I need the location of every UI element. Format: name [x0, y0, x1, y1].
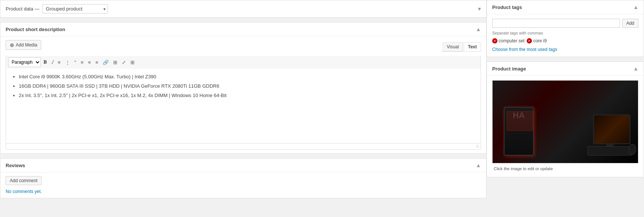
visual-tab[interactable]: Visual [443, 42, 463, 51]
tag-core-i9: ✕ core i9 [527, 38, 547, 43]
tag-core-i9-label: core i9 [533, 38, 547, 43]
paragraph-select[interactable]: Paragraph [8, 57, 41, 67]
editor-toolbar: Paragraph 𝐁 𝘐 ≡ ⋮ " ≡ ≡ ≡ 🔗 ⊞ ⤢ ⊞ [6, 56, 481, 69]
remove-tag-computer-set[interactable]: ✕ [492, 38, 497, 43]
add-media-button[interactable]: ⊕ Add Media [6, 40, 41, 50]
monitor-screen [594, 115, 629, 143]
unordered-list-button[interactable]: ≡ [56, 58, 63, 66]
short-description-title: Product short description [6, 27, 65, 32]
pc-tower-graphic [504, 107, 534, 156]
editor-content-area[interactable]: Intel Core i9 9900K 3.60GHz (5.00GHz Max… [6, 69, 481, 144]
short-description-header[interactable]: Product short description ▲ [0, 22, 486, 36]
product-image-placeholder [493, 81, 638, 163]
product-image-header[interactable]: Product image ▲ [487, 62, 644, 76]
bullet-item-3: 2x Int. 3.5", 1x Int. 2.5" | 2x PCI-e x1… [19, 92, 475, 100]
reviews-title: Reviews [6, 163, 25, 168]
blockquote-button[interactable]: " [73, 58, 78, 66]
bullet-item-1: Intel Core i9 9900K 3.60GHz (5.00GHz Max… [19, 73, 475, 81]
tags-hint: Separate tags with commas [492, 31, 638, 35]
product-tags-content: Add Separate tags with commas ✕ computer… [487, 14, 644, 57]
align-center-button[interactable]: ≡ [86, 58, 93, 66]
keyboard-graphic [587, 146, 632, 156]
short-description-section: Product short description ▲ ⊕ Add Media … [0, 22, 487, 154]
product-data-collapse-arrow[interactable]: ▾ [478, 5, 481, 12]
bullet-list: Intel Core i9 9900K 3.60GHz (5.00GHz Max… [11, 73, 475, 99]
fullscreen-button[interactable]: ⤢ [120, 58, 128, 66]
tags-input-row: Add [492, 19, 638, 28]
ordered-list-button[interactable]: ⋮ [63, 58, 72, 66]
add-tag-button[interactable]: Add [622, 19, 638, 28]
reviews-toggle[interactable]: ▲ [476, 162, 481, 168]
resize-icon: ⤡ [476, 144, 479, 148]
choose-tags-link[interactable]: Choose from the most used tags [492, 47, 557, 52]
product-tags-title: Product tags [492, 4, 522, 10]
product-type-select[interactable]: Grouped product Simple product External/… [42, 4, 108, 13]
product-tags-box: Product tags ▲ Add Separate tags with co… [487, 0, 644, 57]
link-button[interactable]: 🔗 [101, 58, 111, 66]
reviews-header[interactable]: Reviews ▲ [0, 159, 486, 172]
product-image-content: Click the image to edit or update [487, 76, 644, 177]
product-data-label: Product data — [6, 6, 39, 12]
product-data-bar: Product data — Grouped product Simple pr… [0, 0, 487, 18]
align-right-button[interactable]: ≡ [93, 58, 100, 66]
reviews-section: Reviews ▲ Add comment No comments yet. [0, 158, 487, 198]
product-image-container[interactable] [492, 80, 638, 163]
short-description-toggle[interactable]: ▲ [476, 26, 481, 32]
right-sidebar: Product tags ▲ Add Separate tags with co… [487, 0, 644, 217]
product-tags-toggle[interactable]: ▲ [633, 4, 638, 10]
reviews-area: Add comment No comments yet. [0, 172, 486, 198]
editor-resize-handle[interactable]: ⤡ [6, 144, 481, 150]
tag-computer-set-label: computer set [499, 38, 524, 43]
product-tags-header[interactable]: Product tags ▲ [487, 0, 644, 14]
table-row-button[interactable]: ⊞ [111, 58, 119, 66]
add-media-icon: ⊕ [10, 42, 14, 48]
no-comments-text: No comments yet. [6, 189, 481, 194]
mouse-graphic [629, 144, 636, 155]
tags-input[interactable] [492, 19, 620, 28]
product-image-title: Product image [492, 66, 526, 72]
grid-button[interactable]: ⊞ [129, 58, 136, 66]
tags-list: ✕ computer set ✕ core i9 [492, 38, 638, 43]
product-image-toggle[interactable]: ▲ [633, 66, 638, 72]
visual-text-tabs: Visual Text [442, 42, 481, 52]
text-tab[interactable]: Text [464, 42, 481, 51]
bullet-item-2: 16GB DDR4 | 960GB SATA III SSD | 3TB HDD… [19, 82, 475, 90]
align-left-button[interactable]: ≡ [79, 58, 85, 66]
add-comment-button[interactable]: Add comment [6, 176, 42, 185]
tag-computer-set: ✕ computer set [492, 38, 524, 43]
monitor-graphic [593, 114, 631, 144]
remove-tag-core-i9[interactable]: ✕ [527, 38, 532, 43]
bold-button[interactable]: 𝐁 [42, 58, 49, 66]
image-edit-hint: Click the image to edit or update [492, 163, 638, 172]
italic-button[interactable]: 𝘐 [49, 58, 55, 66]
editor-area: ⊕ Add Media Visual Text Paragraph 𝐁 𝘐 [0, 36, 486, 153]
product-image-box: Product image ▲ [487, 61, 644, 177]
add-media-label: Add Media [16, 42, 37, 48]
product-type-select-wrapper[interactable]: Grouped product Simple product External/… [42, 4, 108, 13]
